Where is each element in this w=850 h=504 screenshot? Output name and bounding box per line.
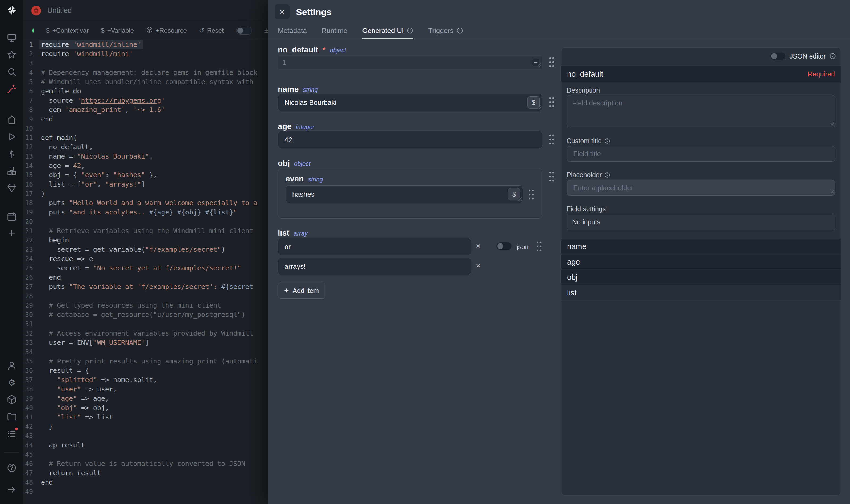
inspector-row-no-default[interactable]: no_default Required — [561, 66, 841, 82]
magic-wand-icon[interactable] — [6, 84, 17, 94]
obj-sub-panel: even string $ — [278, 168, 542, 219]
description-label: Description — [566, 87, 600, 94]
code-line: 34 — [23, 347, 268, 357]
collapse-arrow-icon[interactable] — [6, 484, 17, 495]
age-input[interactable] — [278, 131, 542, 148]
code-line: 10 — [23, 124, 268, 133]
search-icon[interactable] — [6, 67, 17, 77]
placeholder-wrap — [566, 180, 835, 196]
tab-metadata[interactable]: Metadata — [278, 23, 307, 39]
code-line: 25 secret = "No secret yet at f/examples… — [23, 264, 268, 273]
add-resource-button[interactable]: +Resource — [146, 26, 187, 35]
placeholder-input[interactable] — [566, 180, 835, 196]
gem-icon[interactable] — [6, 182, 17, 193]
code-line: 46 # Return value is automatically conve… — [23, 459, 268, 468]
settings-title: Settings — [296, 7, 331, 17]
json-editor-toggle[interactable] — [770, 52, 786, 60]
workers-cube-icon[interactable] — [6, 394, 17, 405]
diff-plusminus-icon[interactable]: ± — [264, 26, 268, 35]
code-line: 47 return result — [23, 468, 268, 478]
drag-handle-icon[interactable] — [548, 96, 555, 109]
close-icon[interactable]: × — [275, 4, 290, 19]
folders-icon[interactable] — [6, 411, 17, 422]
json-mode-toggle[interactable] — [496, 242, 512, 250]
code-line: 36 result = { — [23, 366, 268, 375]
even-input[interactable] — [286, 185, 523, 203]
code-line: 44 ap result — [23, 440, 268, 450]
package-icon — [146, 26, 153, 35]
insert-variable-button[interactable]: $ — [508, 188, 520, 200]
code-line: 43 — [23, 431, 268, 440]
code-line: 23 secret = get_variable("f/examples/sec… — [23, 245, 268, 254]
settings-tabs: Metadata Runtime Generated UI Triggers — [268, 23, 850, 39]
remove-item-icon[interactable]: × — [476, 241, 481, 250]
inspector-row-name[interactable]: name — [561, 239, 841, 254]
user-icon[interactable] — [6, 360, 17, 371]
code-line: 2require 'windmill/mini' — [23, 49, 268, 58]
code-editor[interactable]: 1require 'windmill/inline'2require 'wind… — [23, 40, 268, 504]
fold-minus-icon[interactable]: − — [532, 59, 539, 66]
tab-runtime[interactable]: Runtime — [322, 23, 347, 39]
description-textarea[interactable] — [566, 95, 835, 127]
tab-generated-ui[interactable]: Generated UI — [362, 23, 413, 39]
code-line: 26 end — [23, 273, 268, 282]
drag-handle-icon[interactable] — [548, 133, 555, 146]
variables-dollar-icon[interactable]: $ — [6, 148, 17, 159]
reset-button[interactable]: ↺ Reset — [199, 27, 224, 34]
code-line: 40 "obj" => obj, — [23, 403, 268, 412]
monitor-icon[interactable] — [6, 33, 17, 43]
add-item-button[interactable]: + Add item — [278, 283, 325, 299]
inspector-field-rows: name age obj list — [561, 239, 841, 301]
tab-triggers[interactable]: Triggers — [428, 23, 463, 39]
list-item-0-wrap — [278, 238, 471, 255]
dollar-icon: $ — [46, 27, 50, 34]
help-icon[interactable] — [6, 463, 17, 473]
windmill-logo-icon[interactable] — [6, 5, 17, 15]
toolbar-toggle[interactable] — [236, 26, 252, 35]
code-line: 32 # Access environment variables provid… — [23, 329, 268, 338]
script-title-input[interactable]: Untitled — [47, 6, 72, 15]
status-dot — [33, 29, 34, 33]
schedules-calendar-icon[interactable] — [6, 211, 17, 222]
add-plus-icon[interactable] — [6, 228, 17, 238]
code-line: 37 "splitted" => name.split, — [23, 375, 268, 384]
drag-handle-icon[interactable] — [536, 240, 542, 253]
icon-rail: $ ⚙ — [0, 0, 23, 504]
code-line: 48end — [23, 478, 268, 487]
inspector-row-obj[interactable]: obj — [561, 270, 841, 285]
logs-list-icon[interactable] — [6, 428, 17, 439]
settings-gear-icon[interactable]: ⚙ — [6, 377, 17, 388]
home-icon[interactable] — [6, 114, 17, 125]
remove-item-icon[interactable]: × — [476, 261, 481, 270]
placeholder-label: Placeholder — [566, 171, 610, 179]
insert-variable-button[interactable]: $ — [527, 96, 540, 109]
add-context-var-button[interactable]: $ +Context var — [46, 27, 89, 34]
code-line: 5# Windmill uses bundler/inline compatib… — [23, 77, 268, 87]
code-line: 24 rescue => e — [23, 254, 268, 264]
field-inspector-panel: JSON editor no_default Required Descript… — [561, 47, 841, 496]
no-default-json-editor[interactable]: 1 − — [278, 55, 542, 70]
drag-handle-icon[interactable] — [528, 189, 535, 201]
code-line: 12 no_default, — [23, 142, 268, 152]
resources-icon[interactable] — [6, 165, 17, 176]
runs-play-icon[interactable] — [6, 131, 17, 142]
star-icon[interactable] — [6, 50, 17, 60]
drag-handle-icon[interactable] — [548, 56, 555, 69]
code-line: 41 "list" => list — [23, 412, 268, 422]
code-line: 6gemfile do — [23, 87, 268, 96]
inspector-row-list[interactable]: list — [561, 285, 841, 301]
drag-handle-icon[interactable] — [548, 171, 555, 184]
titlebar: Untitled — [23, 0, 268, 21]
add-variable-button[interactable]: $ +Variable — [101, 27, 134, 34]
custom-title-input[interactable] — [566, 146, 835, 162]
info-icon — [407, 28, 413, 34]
list-item-0-input[interactable] — [278, 238, 471, 255]
field-settings-box: No inputs — [566, 214, 835, 230]
name-input[interactable] — [278, 94, 542, 111]
list-item-1-input[interactable] — [278, 257, 471, 275]
info-icon — [604, 138, 610, 144]
inspector-row-age[interactable]: age — [561, 254, 841, 270]
app-screen: $ ⚙ — [0, 0, 850, 504]
info-icon — [457, 28, 463, 34]
code-line: 8 gem 'amazing_print', '~> 1.6' — [23, 105, 268, 114]
